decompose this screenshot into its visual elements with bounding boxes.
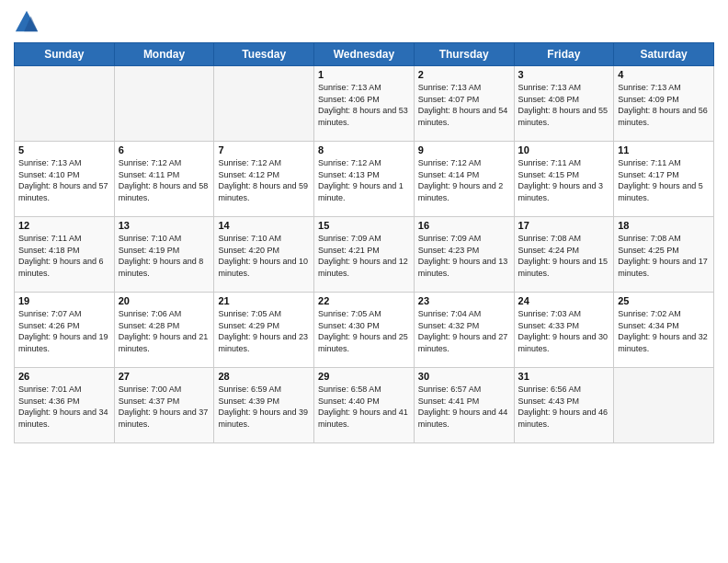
day-cell: 2Sunrise: 7:13 AM Sunset: 4:07 PM Daylig… (414, 66, 514, 142)
day-header-friday: Friday (514, 43, 614, 66)
day-info: Sunrise: 7:13 AM Sunset: 4:07 PM Dayligh… (418, 82, 510, 128)
day-cell: 4Sunrise: 7:13 AM Sunset: 4:09 PM Daylig… (614, 66, 714, 142)
day-cell: 31Sunrise: 6:56 AM Sunset: 4:43 PM Dayli… (514, 368, 614, 443)
day-number: 3 (518, 69, 610, 80)
day-cell: 7Sunrise: 7:12 AM Sunset: 4:12 PM Daylig… (214, 142, 314, 217)
day-info: Sunrise: 7:13 AM Sunset: 4:06 PM Dayligh… (318, 82, 410, 128)
day-number: 23 (418, 295, 510, 306)
day-cell: 6Sunrise: 7:12 AM Sunset: 4:11 PM Daylig… (114, 142, 214, 217)
day-info: Sunrise: 7:12 AM Sunset: 4:11 PM Dayligh… (119, 157, 210, 203)
day-number: 16 (418, 220, 510, 231)
week-row-2: 12Sunrise: 7:11 AM Sunset: 4:18 PM Dayli… (15, 217, 714, 293)
day-info: Sunrise: 7:02 AM Sunset: 4:34 PM Dayligh… (618, 308, 710, 354)
calendar-header-row: SundayMondayTuesdayWednesdayThursdayFrid… (15, 43, 714, 66)
day-header-sunday: Sunday (15, 43, 115, 66)
day-number: 22 (318, 295, 410, 306)
day-header-thursday: Thursday (414, 43, 514, 66)
day-number: 29 (318, 371, 410, 382)
day-info: Sunrise: 7:13 AM Sunset: 4:10 PM Dayligh… (18, 157, 110, 203)
day-cell: 12Sunrise: 7:11 AM Sunset: 4:18 PM Dayli… (15, 217, 115, 293)
day-number: 14 (218, 220, 310, 231)
day-number: 18 (618, 220, 710, 231)
day-cell: 18Sunrise: 7:08 AM Sunset: 4:25 PM Dayli… (614, 217, 714, 293)
day-header-tuesday: Tuesday (214, 43, 314, 66)
day-number: 6 (119, 144, 210, 155)
day-cell: 25Sunrise: 7:02 AM Sunset: 4:34 PM Dayli… (614, 293, 714, 368)
calendar: SundayMondayTuesdayWednesdayThursdayFrid… (14, 42, 714, 443)
day-cell: 1Sunrise: 7:13 AM Sunset: 4:06 PM Daylig… (314, 66, 415, 142)
day-info: Sunrise: 7:09 AM Sunset: 4:21 PM Dayligh… (318, 233, 410, 279)
day-info: Sunrise: 7:03 AM Sunset: 4:33 PM Dayligh… (518, 308, 610, 354)
day-number: 30 (418, 371, 510, 382)
day-info: Sunrise: 6:59 AM Sunset: 4:39 PM Dayligh… (218, 384, 310, 430)
day-header-monday: Monday (114, 43, 214, 66)
day-info: Sunrise: 7:09 AM Sunset: 4:23 PM Dayligh… (418, 233, 510, 279)
week-row-1: 5Sunrise: 7:13 AM Sunset: 4:10 PM Daylig… (15, 142, 714, 217)
day-cell (114, 66, 214, 142)
day-number: 1 (318, 69, 410, 80)
day-info: Sunrise: 7:12 AM Sunset: 4:12 PM Dayligh… (218, 157, 310, 203)
day-info: Sunrise: 7:07 AM Sunset: 4:26 PM Dayligh… (18, 308, 110, 354)
day-number: 4 (618, 69, 710, 80)
day-cell: 14Sunrise: 7:10 AM Sunset: 4:20 PM Dayli… (214, 217, 314, 293)
day-cell: 3Sunrise: 7:13 AM Sunset: 4:08 PM Daylig… (514, 66, 614, 142)
day-cell: 16Sunrise: 7:09 AM Sunset: 4:23 PM Dayli… (414, 217, 514, 293)
day-cell: 23Sunrise: 7:04 AM Sunset: 4:32 PM Dayli… (414, 293, 514, 368)
day-number: 7 (218, 144, 310, 155)
day-cell (15, 66, 115, 142)
day-info: Sunrise: 7:10 AM Sunset: 4:19 PM Dayligh… (119, 233, 210, 279)
day-info: Sunrise: 7:13 AM Sunset: 4:08 PM Dayligh… (518, 82, 610, 128)
day-info: Sunrise: 7:05 AM Sunset: 4:29 PM Dayligh… (218, 308, 310, 354)
day-number: 2 (418, 69, 510, 80)
week-row-0: 1Sunrise: 7:13 AM Sunset: 4:06 PM Daylig… (15, 66, 714, 142)
day-cell: 21Sunrise: 7:05 AM Sunset: 4:29 PM Dayli… (214, 293, 314, 368)
day-cell (214, 66, 314, 142)
day-info: Sunrise: 7:08 AM Sunset: 4:24 PM Dayligh… (518, 233, 610, 279)
day-header-wednesday: Wednesday (314, 43, 415, 66)
day-info: Sunrise: 7:01 AM Sunset: 4:36 PM Dayligh… (18, 384, 110, 430)
day-number: 11 (618, 144, 710, 155)
day-info: Sunrise: 7:11 AM Sunset: 4:15 PM Dayligh… (518, 157, 610, 203)
day-info: Sunrise: 7:11 AM Sunset: 4:17 PM Dayligh… (618, 157, 710, 203)
day-number: 12 (18, 220, 110, 231)
day-info: Sunrise: 7:12 AM Sunset: 4:13 PM Dayligh… (318, 157, 410, 203)
day-cell: 8Sunrise: 7:12 AM Sunset: 4:13 PM Daylig… (314, 142, 415, 217)
day-cell: 15Sunrise: 7:09 AM Sunset: 4:21 PM Dayli… (314, 217, 415, 293)
day-number: 15 (318, 220, 410, 231)
day-number: 19 (18, 295, 110, 306)
week-row-3: 19Sunrise: 7:07 AM Sunset: 4:26 PM Dayli… (15, 293, 714, 368)
day-cell: 28Sunrise: 6:59 AM Sunset: 4:39 PM Dayli… (214, 368, 314, 443)
day-info: Sunrise: 7:06 AM Sunset: 4:28 PM Dayligh… (119, 308, 210, 354)
day-number: 13 (119, 220, 210, 231)
week-row-4: 26Sunrise: 7:01 AM Sunset: 4:36 PM Dayli… (15, 368, 714, 443)
day-info: Sunrise: 6:57 AM Sunset: 4:41 PM Dayligh… (418, 384, 510, 430)
day-cell: 22Sunrise: 7:05 AM Sunset: 4:30 PM Dayli… (314, 293, 415, 368)
day-cell: 19Sunrise: 7:07 AM Sunset: 4:26 PM Dayli… (15, 293, 115, 368)
day-cell: 5Sunrise: 7:13 AM Sunset: 4:10 PM Daylig… (15, 142, 115, 217)
day-info: Sunrise: 7:00 AM Sunset: 4:37 PM Dayligh… (119, 384, 210, 430)
day-cell: 9Sunrise: 7:12 AM Sunset: 4:14 PM Daylig… (414, 142, 514, 217)
day-cell: 13Sunrise: 7:10 AM Sunset: 4:19 PM Dayli… (114, 217, 214, 293)
day-number: 9 (418, 144, 510, 155)
day-number: 8 (318, 144, 410, 155)
day-number: 21 (218, 295, 310, 306)
day-number: 20 (119, 295, 210, 306)
day-header-saturday: Saturday (614, 43, 714, 66)
logo-icon (14, 9, 40, 35)
day-info: Sunrise: 7:10 AM Sunset: 4:20 PM Dayligh… (218, 233, 310, 279)
page: SundayMondayTuesdayWednesdayThursdayFrid… (0, 0, 728, 563)
day-number: 31 (518, 371, 610, 382)
day-info: Sunrise: 7:04 AM Sunset: 4:32 PM Dayligh… (418, 308, 510, 354)
day-number: 5 (18, 144, 110, 155)
day-info: Sunrise: 7:11 AM Sunset: 4:18 PM Dayligh… (18, 233, 110, 279)
logo (14, 9, 43, 35)
day-info: Sunrise: 7:12 AM Sunset: 4:14 PM Dayligh… (418, 157, 510, 203)
day-info: Sunrise: 7:13 AM Sunset: 4:09 PM Dayligh… (618, 82, 710, 128)
day-number: 17 (518, 220, 610, 231)
day-cell: 17Sunrise: 7:08 AM Sunset: 4:24 PM Dayli… (514, 217, 614, 293)
header (14, 9, 714, 35)
day-number: 10 (518, 144, 610, 155)
day-info: Sunrise: 6:56 AM Sunset: 4:43 PM Dayligh… (518, 384, 610, 430)
day-number: 26 (18, 371, 110, 382)
day-number: 27 (119, 371, 210, 382)
